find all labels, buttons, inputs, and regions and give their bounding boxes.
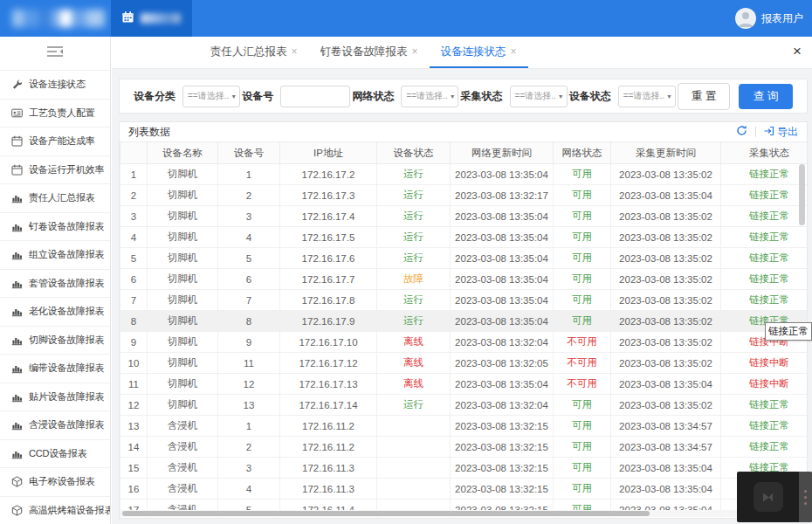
column-header: [120, 142, 148, 164]
recorder-widget-menu[interactable]: [799, 472, 812, 522]
table-cell: 14: [120, 437, 148, 458]
sidebar-item[interactable]: CCD设备报表: [0, 439, 110, 468]
table-row[interactable]: 16含浸机4172.16.11.32023-03-08 13:32:15可用20…: [120, 479, 809, 500]
table-cell: 可用: [554, 206, 611, 227]
table-cell: 链接正常: [721, 206, 809, 227]
refresh-icon[interactable]: [736, 124, 747, 140]
dots-menu-icon: [804, 490, 807, 493]
table-row[interactable]: 13含浸机1172.16.11.22023-03-08 13:32:15可用20…: [120, 416, 809, 437]
close-all-tabs-icon[interactable]: ×: [793, 44, 802, 59]
table-cell: 2: [120, 185, 148, 206]
table-row[interactable]: 8切脚机8172.16.17.9运行2023-03-08 13:35:04可用2…: [120, 311, 809, 332]
table-cell: 172.16.17.2: [280, 164, 377, 185]
sidebar-collapse-button[interactable]: [0, 37, 110, 70]
tab-device-connection-status[interactable]: 设备连接状态 ×: [430, 37, 528, 68]
table-cell: 172.16.11.2: [280, 416, 377, 437]
sidebar-item[interactable]: 高温烘烤箱设备报表: [0, 496, 110, 524]
device-no-input[interactable]: [280, 86, 350, 107]
sidebar-item[interactable]: 工艺负责人配置: [0, 99, 110, 128]
table-row[interactable]: 7切脚机7172.16.17.8运行2023-03-08 13:35:04可用2…: [120, 290, 809, 311]
table-cell: 2023-03-08 13:35:02: [611, 290, 721, 311]
tab-responsible-summary[interactable]: 责任人汇总报表 ×: [199, 37, 309, 68]
tab-close-icon[interactable]: ×: [511, 45, 517, 58]
network-status-select[interactable]: ==请选择.. ▼: [401, 86, 458, 107]
tab-close-icon[interactable]: ×: [412, 45, 418, 58]
calendar-icon: [11, 164, 23, 176]
tab-coil-fault-report[interactable]: 钉卷设备故障报表 ×: [309, 37, 430, 68]
table-cell: 可用: [554, 227, 611, 248]
export-button[interactable]: 导出: [764, 125, 798, 140]
sidebar-item[interactable]: 责任人汇总报表: [0, 183, 110, 212]
sidebar-item[interactable]: 设备连接状态: [0, 70, 110, 99]
table-cell: 链接正常: [721, 437, 809, 458]
table-row[interactable]: 10切脚机11172.16.17.12离线2023-03-08 13:32:05…: [120, 353, 809, 374]
table-row[interactable]: 15含浸机3172.16.11.32023-03-08 13:32:15可用20…: [120, 458, 809, 479]
reset-button[interactable]: 重 置: [678, 83, 730, 110]
table-cell: 不可用: [554, 353, 611, 374]
dots-menu-icon: [804, 496, 807, 499]
recorder-widget-body[interactable]: [737, 472, 799, 522]
table-cell: 链接中断: [721, 353, 809, 374]
device-status-select[interactable]: ==请选择.. ▼: [618, 86, 676, 107]
sidebar-item[interactable]: 贴片设备故障报表: [0, 383, 110, 411]
sidebar-menu: 设备连接状态工艺负责人配置设备产能达成率设备运行开机效率责任人汇总报表钉卷设备故…: [0, 70, 110, 524]
sidebar-item-label: 老化设备故障报表: [29, 305, 104, 318]
top-menu-item[interactable]: [111, 0, 192, 37]
cube-icon: [11, 505, 23, 516]
sidebar-item[interactable]: 组立设备故障报表: [0, 240, 110, 269]
table-row[interactable]: 3切脚机3172.16.17.4运行2023-03-08 13:35:04可用2…: [120, 206, 809, 227]
horizontal-scrollbar-thumb[interactable]: [122, 511, 650, 516]
table-cell: 2023-03-08 13:35:04: [611, 374, 721, 395]
table-cell: 2023-03-08 13:32:17: [451, 185, 554, 206]
sidebar-item-label: 含浸设备故障报表: [29, 418, 104, 431]
table-row[interactable]: 11切脚机12172.16.17.13离线2023-03-08 13:35:04…: [120, 374, 809, 395]
table-row[interactable]: 2切脚机2172.16.17.3运行2023-03-08 13:32:17可用2…: [120, 185, 809, 206]
filter-collect-status: 采集状态 ==请选择.. ▼: [461, 86, 568, 107]
sidebar-item[interactable]: 钉卷设备故障报表: [0, 212, 110, 241]
sidebar-item[interactable]: 切脚设备故障报表: [0, 326, 110, 355]
sidebar-item[interactable]: 设备运行开机效率: [0, 155, 110, 184]
sidebar-item[interactable]: 设备产能达成率: [0, 127, 110, 155]
sidebar-item[interactable]: 含浸设备故障报表: [0, 410, 110, 439]
table-cell: 链接正常: [721, 248, 809, 269]
vertical-scrollbar[interactable]: [799, 164, 805, 225]
sidebar-item[interactable]: 电子称设备报表: [0, 467, 110, 496]
table-cell: 链接正常: [721, 416, 809, 437]
table-cell: 2023-03-08 13:35:02: [611, 248, 721, 269]
table-cell: 2: [218, 437, 280, 458]
tab-close-icon[interactable]: ×: [292, 45, 298, 58]
recorder-widget[interactable]: [737, 472, 812, 522]
sidebar-item[interactable]: 套管设备故障报表: [0, 269, 110, 298]
table-row[interactable]: 5切脚机5172.16.17.6运行2023-03-08 13:35:04可用2…: [120, 248, 809, 269]
filter-bar: 设备分类 ==请选择.. ▼ 设备号 网络状态 ==请选择.. ▼ 采集状态 =…: [119, 79, 808, 114]
table-row[interactable]: 1切脚机1172.16.17.2运行2023-03-08 13:35:04可用2…: [120, 164, 809, 185]
sidebar-item[interactable]: 编带设备故障报表: [0, 354, 110, 383]
table-cell: 切脚机: [148, 353, 218, 374]
table-cell: 2023-03-08 13:32:04: [451, 332, 554, 353]
bar-chart-icon: [11, 306, 23, 317]
table-row[interactable]: 4切脚机4172.16.17.5运行2023-03-08 13:35:04可用2…: [120, 227, 809, 248]
search-button[interactable]: 查 询: [739, 84, 793, 109]
table-cell: 2023-03-08 13:32:15: [451, 437, 554, 458]
table-row[interactable]: 6切脚机6172.16.17.7故障2023-03-08 13:35:04可用2…: [120, 269, 809, 290]
device-category-select[interactable]: ==请选择.. ▼: [182, 86, 240, 107]
select-placeholder: ==请选择..: [623, 90, 664, 102]
device-table: 设备名称设备号IP地址设备状态网络更新时间网络状态采集更新时间采集状态 1切脚机…: [120, 141, 808, 519]
horizontal-scrollbar-track[interactable]: [120, 510, 806, 517]
sidebar-item-label: CCD设备报表: [29, 447, 86, 460]
table-cell: 3: [218, 206, 280, 227]
table-row[interactable]: 12切脚机13172.16.17.14运行2023-03-08 13:32:04…: [120, 395, 809, 416]
table-cell: 4: [218, 479, 280, 500]
table-cell: 9: [218, 332, 280, 353]
table-row[interactable]: 9切脚机9172.16.17.10离线2023-03-08 13:32:04不可…: [120, 332, 809, 353]
table-cell: 运行: [377, 290, 451, 311]
collect-status-select[interactable]: ==请选择.. ▼: [510, 86, 568, 107]
table-cell: 1: [218, 416, 280, 437]
sidebar-item-label: 电子称设备报表: [29, 475, 95, 488]
sidebar-item[interactable]: 老化设备故障报表: [0, 297, 110, 326]
table-cell: 运行: [377, 227, 451, 248]
table-cell: 2023-03-08 13:35:04: [451, 164, 554, 185]
table-cell: 切脚机: [148, 290, 218, 311]
table-row[interactable]: 14含浸机2172.16.11.22023-03-08 13:32:15可用20…: [120, 437, 809, 458]
user-menu[interactable]: 报表用户: [735, 0, 803, 37]
